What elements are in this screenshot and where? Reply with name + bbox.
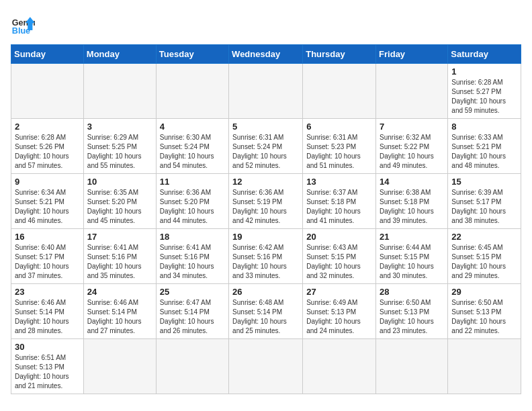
day-info: Sunrise: 6:33 AM Sunset: 5:21 PM Dayligh… — [451, 133, 517, 171]
day-info: Sunrise: 6:50 AM Sunset: 5:13 PM Dayligh… — [451, 298, 517, 336]
day-number: 16 — [15, 232, 80, 242]
calendar-cell: 12Sunrise: 6:36 AM Sunset: 5:19 PM Dayli… — [229, 174, 303, 229]
day-number: 11 — [160, 177, 225, 187]
calendar-cell — [83, 64, 156, 119]
day-number: 23 — [15, 287, 80, 297]
calendar-cell — [303, 64, 376, 119]
calendar-body: 1Sunrise: 6:28 AM Sunset: 5:27 PM Daylig… — [11, 64, 521, 394]
day-info: Sunrise: 6:38 AM Sunset: 5:18 PM Dayligh… — [380, 188, 444, 226]
day-info: Sunrise: 6:34 AM Sunset: 5:21 PM Dayligh… — [15, 188, 80, 226]
calendar-cell: 17Sunrise: 6:41 AM Sunset: 5:16 PM Dayli… — [83, 229, 156, 284]
weekday-header-thursday: Thursday — [303, 45, 376, 64]
day-number: 19 — [232, 232, 299, 242]
weekday-header-tuesday: Tuesday — [156, 45, 228, 64]
calendar-cell — [376, 339, 448, 394]
calendar-cell: 30Sunrise: 6:51 AM Sunset: 5:13 PM Dayli… — [11, 339, 84, 394]
calendar-cell — [156, 339, 228, 394]
calendar-cell: 10Sunrise: 6:35 AM Sunset: 5:20 PM Dayli… — [83, 174, 156, 229]
day-info: Sunrise: 6:40 AM Sunset: 5:17 PM Dayligh… — [15, 243, 80, 281]
logo-icon: General Blue — [11, 12, 35, 36]
calendar-cell — [376, 64, 448, 119]
day-info: Sunrise: 6:31 AM Sunset: 5:23 PM Dayligh… — [306, 133, 372, 171]
weekday-header-row: SundayMondayTuesdayWednesdayThursdayFrid… — [11, 45, 521, 64]
calendar-cell: 14Sunrise: 6:38 AM Sunset: 5:18 PM Dayli… — [376, 174, 448, 229]
day-number: 2 — [15, 122, 80, 132]
calendar-cell: 23Sunrise: 6:46 AM Sunset: 5:14 PM Dayli… — [11, 284, 84, 339]
weekday-header-sunday: Sunday — [11, 45, 84, 64]
day-number: 30 — [15, 342, 80, 352]
day-number: 20 — [306, 232, 372, 242]
calendar-cell: 7Sunrise: 6:32 AM Sunset: 5:22 PM Daylig… — [376, 119, 448, 174]
day-number: 29 — [451, 287, 517, 297]
day-info: Sunrise: 6:47 AM Sunset: 5:14 PM Dayligh… — [160, 298, 225, 336]
day-number: 22 — [451, 232, 517, 242]
weekday-header-monday: Monday — [83, 45, 156, 64]
day-info: Sunrise: 6:36 AM Sunset: 5:20 PM Dayligh… — [160, 188, 225, 226]
day-info: Sunrise: 6:36 AM Sunset: 5:19 PM Dayligh… — [232, 188, 299, 226]
day-info: Sunrise: 6:32 AM Sunset: 5:22 PM Dayligh… — [380, 133, 444, 171]
week-row-2: 9Sunrise: 6:34 AM Sunset: 5:21 PM Daylig… — [11, 174, 521, 229]
calendar-cell: 1Sunrise: 6:28 AM Sunset: 5:27 PM Daylig… — [448, 64, 521, 119]
day-info: Sunrise: 6:29 AM Sunset: 5:25 PM Dayligh… — [87, 133, 152, 171]
calendar-cell: 29Sunrise: 6:50 AM Sunset: 5:13 PM Dayli… — [448, 284, 521, 339]
calendar-cell — [448, 339, 521, 394]
week-row-3: 16Sunrise: 6:40 AM Sunset: 5:17 PM Dayli… — [11, 229, 521, 284]
header: General Blue — [11, 11, 521, 36]
day-info: Sunrise: 6:44 AM Sunset: 5:15 PM Dayligh… — [380, 243, 444, 281]
day-number: 1 — [451, 66, 517, 77]
day-info: Sunrise: 6:30 AM Sunset: 5:24 PM Dayligh… — [160, 133, 225, 171]
day-number: 6 — [306, 122, 372, 132]
day-number: 18 — [160, 232, 225, 242]
calendar-cell — [229, 339, 303, 394]
day-info: Sunrise: 6:46 AM Sunset: 5:14 PM Dayligh… — [87, 298, 152, 336]
svg-text:Blue: Blue — [12, 26, 30, 36]
calendar-cell: 13Sunrise: 6:37 AM Sunset: 5:18 PM Dayli… — [303, 174, 376, 229]
day-info: Sunrise: 6:39 AM Sunset: 5:17 PM Dayligh… — [451, 188, 517, 226]
day-number: 12 — [232, 177, 299, 187]
day-number: 8 — [451, 122, 517, 132]
day-info: Sunrise: 6:28 AM Sunset: 5:26 PM Dayligh… — [15, 133, 80, 171]
day-info: Sunrise: 6:35 AM Sunset: 5:20 PM Dayligh… — [87, 188, 152, 226]
day-number: 10 — [87, 177, 152, 187]
calendar-cell — [229, 64, 303, 119]
calendar-cell: 22Sunrise: 6:45 AM Sunset: 5:15 PM Dayli… — [448, 229, 521, 284]
day-info: Sunrise: 6:43 AM Sunset: 5:15 PM Dayligh… — [306, 243, 372, 281]
weekday-header-friday: Friday — [376, 45, 448, 64]
day-number: 27 — [306, 287, 372, 297]
calendar-cell: 27Sunrise: 6:49 AM Sunset: 5:13 PM Dayli… — [303, 284, 376, 339]
calendar-cell: 6Sunrise: 6:31 AM Sunset: 5:23 PM Daylig… — [303, 119, 376, 174]
day-number: 4 — [160, 122, 225, 132]
day-info: Sunrise: 6:49 AM Sunset: 5:13 PM Dayligh… — [306, 298, 372, 336]
calendar-cell — [11, 64, 84, 119]
calendar-cell — [83, 339, 156, 394]
calendar-cell: 21Sunrise: 6:44 AM Sunset: 5:15 PM Dayli… — [376, 229, 448, 284]
calendar-cell: 4Sunrise: 6:30 AM Sunset: 5:24 PM Daylig… — [156, 119, 228, 174]
calendar-cell: 8Sunrise: 6:33 AM Sunset: 5:21 PM Daylig… — [448, 119, 521, 174]
calendar-cell: 11Sunrise: 6:36 AM Sunset: 5:20 PM Dayli… — [156, 174, 228, 229]
day-number: 21 — [380, 232, 444, 242]
calendar-cell: 20Sunrise: 6:43 AM Sunset: 5:15 PM Dayli… — [303, 229, 376, 284]
week-row-4: 23Sunrise: 6:46 AM Sunset: 5:14 PM Dayli… — [11, 284, 521, 339]
week-row-1: 2Sunrise: 6:28 AM Sunset: 5:26 PM Daylig… — [11, 119, 521, 174]
day-number: 17 — [87, 232, 152, 242]
day-number: 7 — [380, 122, 444, 132]
day-number: 9 — [15, 177, 80, 187]
calendar-cell — [303, 339, 376, 394]
day-info: Sunrise: 6:51 AM Sunset: 5:13 PM Dayligh… — [15, 353, 80, 391]
calendar-cell: 24Sunrise: 6:46 AM Sunset: 5:14 PM Dayli… — [83, 284, 156, 339]
day-info: Sunrise: 6:46 AM Sunset: 5:14 PM Dayligh… — [15, 298, 80, 336]
calendar-cell: 25Sunrise: 6:47 AM Sunset: 5:14 PM Dayli… — [156, 284, 228, 339]
day-number: 3 — [87, 122, 152, 132]
day-number: 14 — [380, 177, 444, 187]
week-row-0: 1Sunrise: 6:28 AM Sunset: 5:27 PM Daylig… — [11, 64, 521, 119]
calendar: SundayMondayTuesdayWednesdayThursdayFrid… — [11, 44, 521, 394]
logo: General Blue — [11, 11, 35, 36]
weekday-header-saturday: Saturday — [448, 45, 521, 64]
day-info: Sunrise: 6:45 AM Sunset: 5:15 PM Dayligh… — [451, 243, 517, 281]
day-number: 15 — [451, 177, 517, 187]
day-info: Sunrise: 6:50 AM Sunset: 5:13 PM Dayligh… — [380, 298, 444, 336]
day-info: Sunrise: 6:41 AM Sunset: 5:16 PM Dayligh… — [87, 243, 152, 281]
day-info: Sunrise: 6:37 AM Sunset: 5:18 PM Dayligh… — [306, 188, 372, 226]
calendar-cell: 15Sunrise: 6:39 AM Sunset: 5:17 PM Dayli… — [448, 174, 521, 229]
day-number: 28 — [380, 287, 444, 297]
